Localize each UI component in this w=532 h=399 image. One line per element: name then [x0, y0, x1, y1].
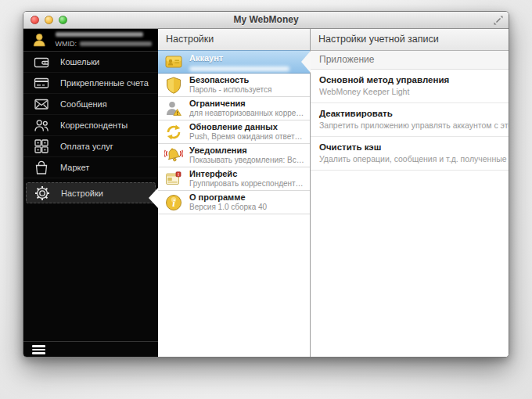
account-row-clear-cache[interactable]: Очистить кэш Удалить операции, сообщения…	[311, 137, 509, 171]
sidebar-item-label: Сообщения	[60, 99, 107, 109]
settings-row-title: О программе	[189, 192, 305, 203]
wallet-icon	[33, 53, 50, 70]
sidebar-item-label: Кошельки	[60, 57, 99, 66]
account-row-subtitle: Удалить операции, сообщения и т.д. получ…	[319, 154, 509, 164]
settings-row-security[interactable]: Безопасность Пароль - используется	[158, 74, 310, 97]
resize-diagonal-icon[interactable]	[493, 15, 504, 26]
shield-icon	[164, 76, 183, 95]
sidebar-item-label: Корреспонденты	[60, 120, 128, 130]
interface-window-icon	[164, 170, 183, 189]
sidebar-item-attached-accounts[interactable]: Прикрепленные счета	[23, 73, 158, 94]
settings-panel: Настройки Аккаунт	[158, 29, 311, 358]
sidebar-spacer	[23, 203, 158, 341]
account-row-title: Деактивировать	[319, 108, 509, 119]
hamburger-menu-icon[interactable]	[32, 345, 45, 354]
section-header-application: Приложение	[311, 51, 509, 70]
settings-row-account[interactable]: Аккаунт	[158, 50, 310, 74]
settings-row-subtitle: для неавторизованных корреспондентов	[189, 109, 305, 118]
sidebar: WMID: Кошельки	[23, 29, 158, 358]
settings-row-about[interactable]: i О программе Версия 1.0 сборка 40	[158, 191, 310, 214]
user-profile-row[interactable]: WMID:	[23, 29, 158, 52]
settings-row-interface[interactable]: Интерфейс Группировать корреспондентов, …	[158, 167, 310, 191]
window-title: My WebMoney	[23, 12, 509, 28]
settings-row-title: Интерфейс	[189, 169, 305, 179]
settings-panel-header: Настройки	[158, 29, 310, 51]
settings-row-subtitle: Группировать корреспондентов, Подтвер…	[189, 179, 305, 189]
sidebar-item-settings[interactable]: Настройки	[26, 182, 156, 203]
services-grid-icon	[33, 138, 50, 155]
settings-gear-icon	[34, 185, 51, 202]
bell-icon	[164, 146, 183, 165]
settings-row-title: Безопасность	[189, 75, 305, 85]
sidebar-bottom-bar	[23, 341, 158, 358]
wmid-label: WMID:	[56, 40, 77, 48]
user-avatar-icon	[31, 31, 48, 49]
sidebar-selection-pointer	[149, 188, 158, 208]
window-content: WMID: Кошельки	[23, 29, 509, 358]
user-name-redacted	[56, 32, 143, 37]
account-row-subtitle: WebMoney Keeper Light	[319, 87, 509, 97]
account-row-deactivate[interactable]: Деактивировать Запретить приложению упра…	[311, 103, 509, 137]
settings-row-data-refresh[interactable]: Обновление данных Push, Время ожидания о…	[158, 120, 310, 144]
refresh-icon	[164, 123, 183, 142]
settings-row-subtitle-redacted	[189, 66, 289, 71]
account-row-title: Очистить кэш	[319, 142, 509, 153]
settings-row-title: Ограничения	[189, 99, 305, 109]
messages-icon	[33, 95, 50, 113]
account-row-title: Основной метод управления	[319, 74, 509, 85]
sidebar-item-label: Прикрепленные счета	[60, 78, 149, 88]
settings-row-notifications[interactable]: Уведомления Показывать уведомления: Всег…	[158, 144, 310, 167]
settings-row-subtitle: Push, Время ожидания ответа: 1 минута	[189, 132, 305, 142]
zoom-icon[interactable]	[59, 16, 67, 24]
settings-row-text: Аккаунт	[189, 53, 305, 71]
settings-row-subtitle: Пароль - используется	[189, 85, 305, 95]
account-row-subtitle: Запретить приложению управлять аккаунтом…	[319, 120, 509, 131]
sidebar-item-correspondents[interactable]: Корреспонденты	[23, 115, 158, 136]
info-icon: i	[164, 193, 183, 212]
title-bar[interactable]: My WebMoney	[23, 12, 509, 29]
sidebar-item-pay-services[interactable]: Оплата услуг	[23, 136, 158, 157]
wmid-value-redacted	[80, 41, 152, 46]
correspondents-icon	[33, 117, 50, 134]
window-controls	[31, 16, 67, 24]
settings-row-subtitle: Версия 1.0 сборка 40	[189, 203, 305, 212]
app-window: My WebMoney WMID:	[23, 11, 509, 358]
sidebar-item-label: Оплата услуг	[60, 142, 113, 151]
account-row-main-method[interactable]: Основной метод управления WebMoney Keepe…	[311, 70, 509, 103]
account-panel-header: Настройки учетной записи	[311, 29, 509, 51]
settings-row-title: Обновление данных	[189, 122, 305, 132]
svg-text:i: i	[172, 197, 175, 209]
settings-row-title: Аккаунт	[189, 53, 305, 63]
restrictions-icon	[164, 99, 183, 118]
sidebar-item-label: Маркет	[60, 163, 89, 172]
market-bag-icon	[33, 159, 50, 176]
settings-row-subtitle: Показывать уведомления: Всегда, Проигр…	[189, 156, 305, 165]
sidebar-item-messages[interactable]: Сообщения	[23, 94, 158, 115]
sidebar-item-wallets[interactable]: Кошельки	[23, 52, 158, 73]
user-info: WMID:	[56, 32, 153, 48]
settings-row-title: Уведомления	[189, 146, 305, 156]
close-icon[interactable]	[31, 16, 39, 24]
settings-selection-pointer	[301, 51, 311, 73]
minimize-icon[interactable]	[45, 16, 53, 24]
settings-row-restrictions[interactable]: Ограничения для неавторизованных корресп…	[158, 97, 310, 120]
account-settings-panel: Настройки учетной записи Приложение Осно…	[311, 29, 509, 358]
sidebar-item-label: Настройки	[61, 189, 103, 198]
account-badge-icon	[164, 52, 183, 71]
sidebar-item-market[interactable]: Маркет	[23, 157, 158, 178]
card-icon	[33, 74, 50, 92]
